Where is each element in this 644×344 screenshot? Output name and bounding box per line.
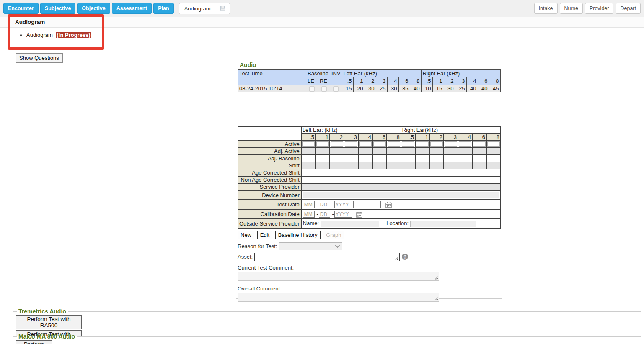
baseline-re-checkbox[interactable] (321, 86, 327, 92)
grid-freq: 4 (358, 133, 372, 141)
test-time-input[interactable] (353, 201, 381, 208)
new-button[interactable]: New (238, 231, 254, 239)
save-button[interactable] (216, 3, 230, 14)
calendar-icon[interactable] (385, 202, 392, 208)
provider-button[interactable]: Provider (585, 3, 614, 14)
freq-header: 4 (466, 77, 478, 85)
row-label-age-corrected-shift: Age Corrected Shift (238, 169, 301, 176)
col-inv-empty (330, 77, 342, 85)
row-label-service-provider: Service Provider (238, 183, 301, 190)
grid-freq: 3 (344, 133, 358, 141)
nav-assessment-button[interactable]: Assessment (112, 3, 152, 14)
resize-grip-icon[interactable] (435, 297, 438, 301)
left-ear-value: 25 (376, 85, 387, 92)
active-input[interactable] (402, 141, 414, 147)
left-ear-value: 20 (353, 85, 365, 92)
stage-buttons: Intake Nurse Provider Depart (532, 3, 641, 14)
calendar-icon[interactable] (356, 211, 362, 218)
freq-header: .5 (342, 77, 353, 85)
grid-freq: 8 (486, 133, 501, 141)
baseline-le-checkbox[interactable] (309, 86, 315, 92)
age-corrected-left (301, 169, 401, 176)
current-test-comment-label: Current Test Comment: (238, 264, 501, 271)
row-label-adj-active: Adj. Active (238, 148, 301, 155)
grid-freq: 1 (415, 133, 429, 141)
active-input[interactable] (487, 141, 500, 147)
age-corrected-right (401, 169, 501, 176)
active-input[interactable] (416, 141, 429, 147)
audio-section: Audio Test Time Baseline INV Left Ear (k… (236, 62, 502, 299)
test-date-mm-input[interactable] (303, 201, 315, 208)
test-date-dd-input[interactable] (319, 201, 330, 208)
active-input[interactable] (359, 141, 372, 147)
nav-plan-button[interactable]: Plan (153, 3, 173, 14)
audio-detail-grid: Left Ear: (kHz) Right Ear(kHz) .5 1 2 3 … (238, 126, 501, 229)
audiogram-list-item[interactable]: Audiogram (In Progress) (26, 32, 644, 38)
active-input[interactable] (373, 141, 386, 147)
test-time-value: 08-24-2015 10:14 (238, 85, 306, 92)
asset-row: Asset: ? (238, 253, 501, 261)
calibration-date-mm-input[interactable] (303, 211, 315, 218)
audiogram-tab[interactable]: Audiogram (179, 3, 230, 14)
overall-comment-label: Overall Comment: (238, 285, 501, 292)
non-age-corrected-left (301, 176, 401, 183)
freq-header: 4 (387, 77, 398, 85)
service-provider-value (301, 183, 501, 190)
tremetrics-audio-legend: Tremetrics Audio (17, 308, 68, 315)
active-input[interactable] (302, 141, 315, 147)
device-number-input (303, 192, 499, 198)
outside-name-input (321, 221, 379, 227)
screen: Encounter Subjective Objective Assessmen… (0, 0, 644, 344)
active-input[interactable] (430, 141, 443, 147)
row-label-adj-baseline: Adj. Baseline (238, 155, 301, 162)
test-row[interactable]: 08-24-2015 10:14 15 20 30 25 30 35 40 10… (238, 85, 501, 92)
calibration-date-dd-input[interactable] (319, 211, 330, 218)
grid-right-ear-header: Right Ear(kHz) (401, 126, 501, 133)
intake-button[interactable]: Intake (534, 3, 558, 14)
nurse-button[interactable]: Nurse (560, 3, 583, 14)
nav-objective-button[interactable]: Objective (77, 3, 110, 14)
right-ear-value: 40 (466, 85, 478, 92)
tremetrics-audio-section: Tremetrics Audio Perform Test with RA500… (13, 308, 641, 331)
calibration-date-yyyy-input[interactable] (334, 211, 352, 218)
nav-subjective-button[interactable]: Subjective (40, 3, 76, 14)
asset-input[interactable] (254, 253, 400, 261)
baseline-history-button[interactable]: Baseline History (275, 231, 321, 239)
help-icon[interactable]: ? (402, 254, 408, 260)
resize-grip-icon[interactable] (435, 276, 438, 280)
right-ear-value: 10 (421, 85, 432, 92)
audiogram-item-label[interactable]: Audiogram (26, 32, 53, 38)
edit-button[interactable]: Edit (257, 231, 272, 239)
freq-header: 8 (489, 77, 500, 85)
freq-header: 3 (376, 77, 387, 85)
show-questions-button[interactable]: Show Questions (16, 53, 63, 63)
nav-encounter-button[interactable]: Encounter (3, 3, 39, 14)
freq-header: 6 (478, 77, 489, 85)
row-label-active: Active (238, 141, 301, 148)
row-label-calibration-date: Calibration Date (238, 209, 301, 219)
active-input[interactable] (345, 141, 357, 147)
depart-button[interactable]: Depart (616, 3, 641, 14)
col-left-ear: Left Ear (kHz) (342, 70, 421, 77)
grid-left-ear-header: Left Ear: (kHz) (301, 126, 401, 133)
active-input[interactable] (445, 141, 457, 147)
active-input[interactable] (331, 141, 343, 147)
active-input[interactable] (316, 141, 329, 147)
perform-test-ra500-button[interactable]: Perform Test with RA500 (16, 315, 82, 329)
freq-header: 1 (432, 77, 444, 85)
outside-name-label: Name: (303, 220, 319, 226)
perform-test-button[interactable]: Perform Test (16, 340, 52, 344)
test-date-yyyy-input[interactable] (334, 201, 352, 208)
freq-header: .5 (421, 77, 432, 85)
col-empty (238, 77, 306, 85)
left-ear-value: 30 (387, 85, 398, 92)
audio-tests-table: Test Time Baseline INV Left Ear (kHz) Ri… (238, 69, 501, 92)
active-input[interactable] (459, 141, 471, 147)
inv-checkbox[interactable] (333, 86, 339, 92)
active-input[interactable] (388, 141, 400, 147)
grid-corner-cell (238, 126, 301, 141)
col-re: RE (318, 77, 330, 85)
chevron-down-icon (335, 245, 340, 248)
active-input[interactable] (473, 141, 486, 147)
freq-header: 6 (398, 77, 410, 85)
